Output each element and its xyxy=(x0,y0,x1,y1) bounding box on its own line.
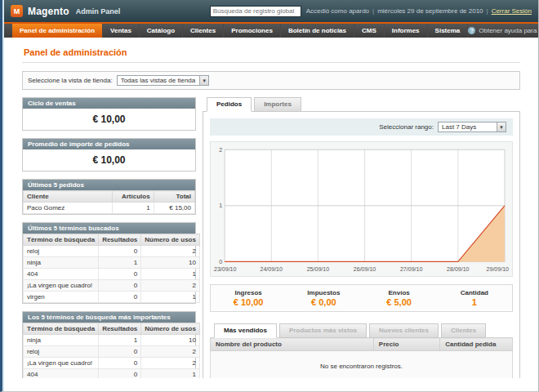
last-search-terms-box: Últimos 5 términos buscados Término de b… xyxy=(22,222,196,304)
totals-row: Ingresos € 10,00 Impuestos € 0,00 Envíos… xyxy=(210,284,513,312)
svg-text:0: 0 xyxy=(219,259,222,265)
nav-item-catalogo[interactable]: Catálogo xyxy=(140,24,183,38)
main-nav: Panel de administración Ventas Catálogo … xyxy=(4,22,538,38)
table-row[interactable]: virgen01 xyxy=(24,292,200,303)
svg-text:1: 1 xyxy=(219,203,222,209)
tab-nuevos-clientes[interactable]: Nuevos clientes xyxy=(369,323,439,338)
box-title: Los 5 términos de búsqueda más important… xyxy=(23,312,195,323)
table-row[interactable]: 40401 xyxy=(24,369,200,379)
lifetime-sales-box: Ciclo de ventas € 10,00 xyxy=(22,97,196,131)
content-area: Panel de administración Seleccione la vi… xyxy=(4,38,538,378)
help-link[interactable]: ? Obtener ayuda para esta página xyxy=(468,24,539,38)
table-row[interactable]: ¡La virgen que cuadro!02 xyxy=(24,358,200,369)
table-row[interactable]: Paco Gomez 1 € 15,00 xyxy=(24,203,195,214)
tab-pedidos[interactable]: Pedidos xyxy=(207,97,252,112)
global-search-input[interactable] xyxy=(210,6,301,17)
svg-text:27/09/10: 27/09/10 xyxy=(400,266,422,273)
average-orders-value: € 10,00 xyxy=(23,149,195,171)
table-row[interactable]: ninja110 xyxy=(24,335,200,346)
dashboard-main: Pedidos Importes Seleccionar rango: Last… xyxy=(203,97,520,378)
nav-item-dashboard[interactable]: Panel de administración xyxy=(12,24,103,38)
page-title: Panel de administración xyxy=(22,44,520,62)
top-search-table: Término de búsqueda Resultados Número de… xyxy=(23,323,200,378)
empty-message: No se encontraron registros. xyxy=(211,351,513,379)
stat-envios: Envíos € 5,00 xyxy=(362,289,437,307)
logo-title: Magento xyxy=(28,6,69,17)
products-tabs: Más vendidos Productos más vistos Nuevos… xyxy=(210,323,513,338)
app-window: M Magento Admin Panel Accedió como apard… xyxy=(0,0,539,392)
nav-item-ventas[interactable]: Ventas xyxy=(103,24,140,38)
chevron-down-icon: ▼ xyxy=(199,76,208,85)
store-view-bar: Seleccione la vista de tienda: Todas las… xyxy=(22,71,520,90)
top-header: M Magento Admin Panel Accedió como apard… xyxy=(4,0,538,22)
svg-text:23/09/10: 23/09/10 xyxy=(214,266,236,273)
table-row[interactable]: ninja110 xyxy=(24,257,200,269)
nav-item-sistema[interactable]: Sistema xyxy=(428,24,469,38)
last-orders-table: Cliente Artículos Total Paco Gomez 1 € 1… xyxy=(23,190,195,214)
box-title: Últimos 5 términos buscados xyxy=(23,223,195,234)
help-icon: ? xyxy=(468,27,475,34)
current-date: miércoles 29 de septiembre de 2010 xyxy=(377,7,483,15)
nav-item-boletin[interactable]: Boletín de noticias xyxy=(281,24,354,38)
range-label: Seleccionar rango: xyxy=(379,123,434,131)
table-row[interactable]: reloj02 xyxy=(24,346,200,358)
box-title: Últimos 5 pedidos xyxy=(23,180,195,190)
logout-link[interactable]: Cerrar Sesión xyxy=(492,7,532,15)
store-view-label: Seleccione la vista de tienda: xyxy=(28,77,113,84)
products-table: Nombre del producto Precio Cantidad pedi… xyxy=(210,337,513,378)
tab-mas-vendidos[interactable]: Más vendidos xyxy=(214,323,277,338)
stat-ingresos: Ingresos € 10,00 xyxy=(211,289,286,307)
tab-productos-mas-vistos[interactable]: Productos más vistos xyxy=(279,323,367,338)
stat-cantidad: Cantidad 1 xyxy=(437,289,512,307)
svg-text:28/09/10: 28/09/10 xyxy=(447,266,469,273)
svg-text:29/09/10: 29/09/10 xyxy=(487,266,509,273)
range-bar: Seleccionar rango: Last 7 Days ▼ xyxy=(210,118,513,136)
chevron-down-icon: ▼ xyxy=(497,122,506,131)
tab-clientes[interactable]: Clientes xyxy=(441,323,486,338)
range-select[interactable]: Last 7 Days ▼ xyxy=(438,122,506,132)
table-row[interactable]: 40401 xyxy=(24,269,200,280)
orders-chart: 01223/09/1024/09/1025/09/1026/09/1027/09… xyxy=(210,141,513,277)
nav-item-promociones[interactable]: Promociones xyxy=(224,24,281,38)
table-row[interactable]: ¡La virgen que cuadro!02 xyxy=(24,280,200,292)
last-orders-box: Últimos 5 pedidos Cliente Artículos Tota… xyxy=(22,179,196,215)
session-info: Accedió como apardo | miércoles 29 de se… xyxy=(306,7,532,15)
last-search-table: Término de búsqueda Resultados Número de… xyxy=(23,234,200,303)
magento-logo-icon: M xyxy=(11,5,23,17)
store-view-select[interactable]: Todas las vistas de tienda ▼ xyxy=(117,75,210,86)
nav-item-clientes[interactable]: Clientes xyxy=(183,24,224,38)
nav-item-cms[interactable]: CMS xyxy=(354,24,385,38)
svg-text:24/09/10: 24/09/10 xyxy=(261,266,283,273)
tab-importes[interactable]: Importes xyxy=(254,97,301,112)
chart-tabs: Pedidos Importes xyxy=(203,97,520,112)
stat-impuestos: Impuestos € 0,00 xyxy=(286,289,361,307)
orders-chart-svg: 01223/09/1024/09/1025/09/1026/09/1027/09… xyxy=(213,145,510,274)
lifetime-sales-value: € 10,00 xyxy=(23,109,195,130)
average-orders-box: Promedio de importe de pedidos € 10,00 xyxy=(22,138,196,172)
logged-in-as: Accedió como apardo xyxy=(306,7,369,15)
top-search-terms-box: Los 5 términos de búsqueda más important… xyxy=(22,311,196,378)
empty-row: No se encontraron registros. xyxy=(211,351,513,379)
table-row[interactable]: reloj02 xyxy=(24,246,200,257)
box-title: Ciclo de ventas xyxy=(23,98,195,109)
svg-text:2: 2 xyxy=(219,147,222,154)
logo-subtitle: Admin Panel xyxy=(76,7,121,16)
svg-text:26/09/10: 26/09/10 xyxy=(354,266,376,273)
svg-text:25/09/10: 25/09/10 xyxy=(307,266,329,273)
nav-item-informes[interactable]: Informes xyxy=(385,24,428,38)
sidebar: Ciclo de ventas € 10,00 Promedio de impo… xyxy=(22,97,196,378)
box-title: Promedio de importe de pedidos xyxy=(23,139,195,149)
chart-panel: Seleccionar rango: Last 7 Days ▼ 01223/0… xyxy=(203,111,520,378)
